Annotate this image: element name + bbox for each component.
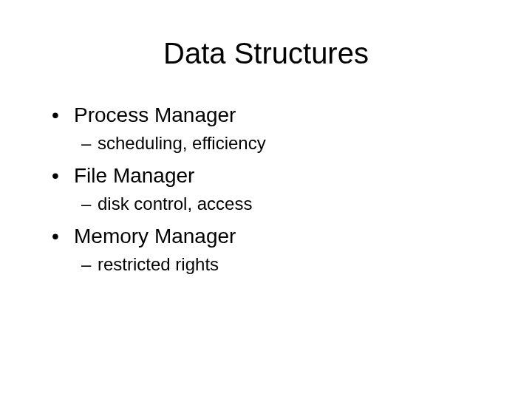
slide-content: • Process Manager – scheduling, efficien…: [44, 103, 488, 275]
sub-bullet-item: – scheduling, efficiency: [81, 133, 488, 154]
dash-marker-icon: –: [81, 194, 98, 214]
bullet-marker-icon: •: [52, 164, 74, 188]
sub-bullet-label: scheduling, efficiency: [98, 133, 266, 154]
bullet-marker-icon: •: [52, 103, 74, 127]
dash-marker-icon: –: [81, 133, 98, 154]
bullet-label: File Manager: [74, 164, 194, 188]
bullet-label: Memory Manager: [74, 225, 236, 248]
slide-container: Data Structures • Process Manager – sche…: [0, 0, 532, 399]
bullet-item: • File Manager: [52, 164, 488, 188]
bullet-marker-icon: •: [52, 225, 74, 248]
bullet-item: • Memory Manager: [52, 225, 488, 248]
sub-bullet-item: – disk control, access: [81, 194, 488, 214]
dash-marker-icon: –: [81, 254, 98, 275]
sub-bullet-label: restricted rights: [98, 254, 219, 275]
bullet-label: Process Manager: [74, 103, 236, 127]
slide-title: Data Structures: [44, 37, 488, 70]
sub-bullet-label: disk control, access: [98, 194, 252, 214]
bullet-item: • Process Manager: [52, 103, 488, 127]
sub-bullet-item: – restricted rights: [81, 254, 488, 275]
